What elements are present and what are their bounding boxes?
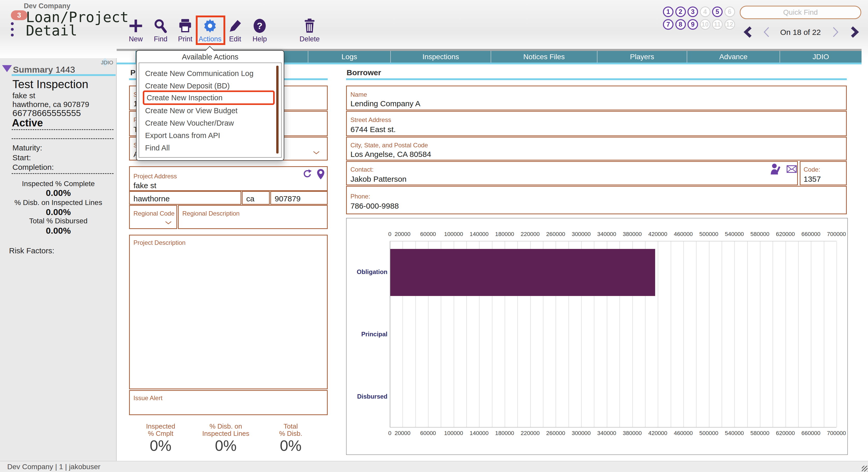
plot-area: [390, 241, 836, 428]
page-circle-3[interactable]: 3: [687, 6, 698, 17]
divider: [12, 138, 114, 139]
borrower-contact-field[interactable]: Contact: Jakob Patterson: [346, 161, 798, 186]
tab-advance[interactable]: Advance: [687, 51, 779, 63]
bar-obligation: [390, 249, 655, 296]
x-tick-label: 420000: [648, 231, 667, 238]
x-tick-label: 460000: [674, 231, 693, 238]
signature-contact-icon[interactable]: [770, 163, 781, 175]
maturity-label: Maturity:: [12, 143, 42, 152]
sidebar-phone: 66778665555555: [12, 108, 81, 118]
x-tick-label: 700000: [827, 231, 846, 238]
notification-badge: 3: [11, 10, 27, 20]
stat-value: 0%: [192, 437, 259, 454]
page-circle-1[interactable]: 1: [663, 6, 674, 17]
envelope-icon[interactable]: [786, 165, 797, 173]
first-record-icon[interactable]: [743, 26, 753, 38]
tab-jdio[interactable]: JDIO: [779, 51, 862, 63]
chevron-down-icon[interactable]: [165, 221, 172, 225]
borrower-city-value: Los Angelse, CA 80584: [350, 150, 431, 159]
x-tick-label: 0: [388, 231, 391, 238]
issue-alert-label: Issue Alert: [133, 395, 162, 402]
x-tick-label: 20000: [395, 231, 410, 238]
refresh-icon[interactable]: [303, 169, 312, 178]
jdio-badge: JDIO: [100, 58, 115, 67]
delete-button-label: Delete: [294, 35, 325, 43]
menu-scrollbar[interactable]: [276, 66, 279, 154]
gridline: [836, 241, 837, 427]
delete-button[interactable]: Delete: [294, 18, 325, 43]
previous-record-icon[interactable]: [763, 26, 770, 38]
record-position: On 18 of 22: [776, 28, 825, 37]
page-circle-5[interactable]: 5: [712, 6, 723, 17]
menu-item-export-loans-from-api[interactable]: Export Loans from API: [145, 130, 266, 141]
last-record-icon[interactable]: [850, 26, 859, 38]
tab-players[interactable]: Players: [597, 51, 687, 63]
help-button[interactable]: ? Help: [244, 18, 275, 43]
borrower-phone-field[interactable]: Phone: 786-000-9988: [346, 186, 847, 214]
tab-notices-files[interactable]: Notices Files: [491, 51, 597, 63]
gridline: [683, 241, 684, 427]
page-circle-2[interactable]: 2: [675, 6, 686, 17]
gridline: [798, 241, 799, 427]
x-tick-label: 540000: [725, 430, 744, 437]
x-tick-label: 660000: [802, 430, 820, 437]
gridline: [824, 241, 824, 427]
gridline: [811, 241, 811, 427]
borrower-name-field[interactable]: Name Lending Company A: [346, 86, 847, 110]
page-circle-10: 10: [700, 19, 711, 30]
next-record-icon[interactable]: [832, 26, 840, 38]
page-circle-9[interactable]: 9: [687, 19, 698, 30]
menu-item-create-new-or-view-budget[interactable]: Create New or View Budget: [145, 105, 266, 116]
tab-inspections[interactable]: Inspections: [390, 51, 491, 63]
menu-item-create-new-communication-log[interactable]: Create New Communication Log: [145, 68, 266, 79]
quick-find-input[interactable]: [740, 6, 861, 19]
project-zip-field[interactable]: 907879: [270, 191, 328, 205]
x-tick-label: 580000: [750, 231, 769, 238]
regional-description-label: Regional Description: [182, 210, 240, 217]
menu-item-find-all[interactable]: Find All: [145, 142, 266, 154]
available-actions-popover: Available Actions Create New Communicati…: [136, 50, 284, 161]
resize-grip-icon[interactable]: [862, 466, 867, 471]
x-tick-label: 60000: [420, 231, 436, 238]
menu-item-create-new-deposit-bd-[interactable]: Create New Deposit (BD): [145, 80, 266, 92]
chevron-down-icon[interactable]: [313, 151, 320, 155]
actions-menu-list: Create New Communication LogCreate New D…: [138, 63, 282, 158]
menu-item-create-new-voucher-draw[interactable]: Create New Voucher/Draw: [145, 117, 266, 129]
stat-value: 0%: [257, 437, 324, 454]
x-tick-label: 340000: [597, 430, 616, 437]
x-tick-label: 0: [388, 430, 391, 437]
borrower-street-field[interactable]: Street Address 6744 East st.: [346, 111, 847, 136]
borrower-code-field[interactable]: Code: 1357: [800, 161, 847, 186]
page-circle-7[interactable]: 7: [663, 19, 674, 30]
issue-alert-field[interactable]: Issue Alert: [129, 390, 328, 415]
project-state-field[interactable]: ca: [242, 191, 270, 205]
x-tick-label: 660000: [802, 231, 820, 238]
page-circle-8[interactable]: 8: [675, 19, 686, 30]
stat-value: 0%: [127, 437, 194, 454]
borrower-contact-value: Jakob Patterson: [350, 175, 407, 183]
collapse-triangle-icon[interactable]: [2, 65, 12, 72]
pencil-icon: [227, 18, 243, 34]
regional-code-field[interactable]: Regional Code: [129, 205, 177, 229]
gridline: [722, 241, 722, 427]
project-address-field[interactable]: Project Address fake st: [129, 166, 328, 191]
project-city-field[interactable]: hawthorne: [129, 191, 241, 205]
gridline: [671, 241, 671, 427]
address-line2: hawthorne, ca 907879: [12, 100, 89, 109]
map-pin-icon[interactable]: [317, 169, 325, 180]
tab-logs[interactable]: Logs: [308, 51, 390, 63]
menu-item-create-new-inspection[interactable]: Create New Inspection: [143, 91, 275, 105]
borrower-street-value: 6744 East st.: [350, 125, 396, 134]
gridline: [658, 241, 658, 427]
project-description-field[interactable]: Project Description: [129, 235, 328, 389]
regional-description-field[interactable]: Regional Description: [178, 205, 328, 229]
borrower-city-field[interactable]: City, State, and Postal Code Los Angelse…: [346, 137, 847, 161]
x-tick-label: 140000: [470, 231, 489, 238]
borrower-section-title: Borrower: [347, 68, 381, 77]
kebab-menu-icon[interactable]: [11, 22, 14, 36]
regional-code-label: Regional Code: [133, 210, 175, 217]
project-state-value: ca: [246, 194, 254, 203]
divider: [12, 129, 114, 130]
gridline: [709, 241, 709, 427]
loan-project-detail-window: Dev Company 3 Loan/Project Detail New Fi…: [0, 0, 868, 472]
